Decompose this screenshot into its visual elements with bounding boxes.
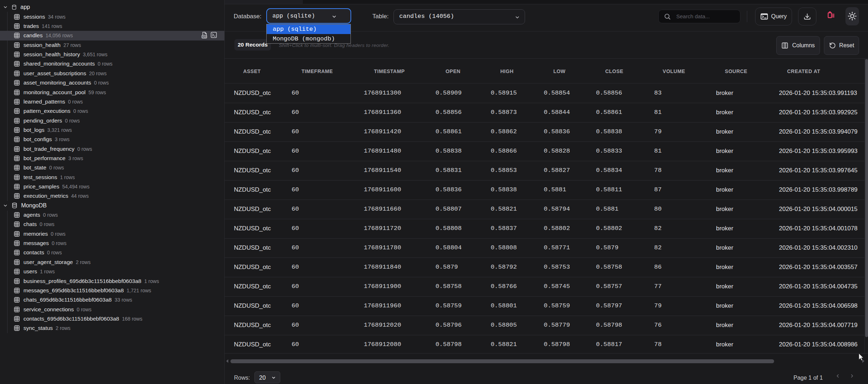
svg-text:PDF: PDF <box>202 36 207 38</box>
